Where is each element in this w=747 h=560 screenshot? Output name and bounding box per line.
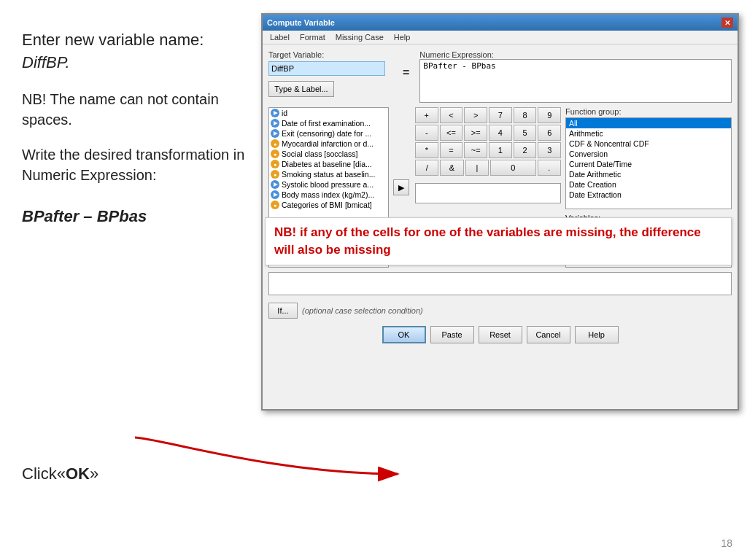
fg-item-all[interactable]: All <box>566 118 731 128</box>
key-and[interactable]: & <box>440 160 463 176</box>
function-group-list[interactable]: All Arithmetic CDF & Noncentral CDF Conv… <box>565 117 732 209</box>
type-label-button[interactable]: Type & Label... <box>268 81 334 97</box>
key-9[interactable]: 9 <box>538 107 561 123</box>
instruction-nb-spaces: NB! The name can not contain spaces. <box>22 89 248 130</box>
key-lt[interactable]: < <box>440 107 463 123</box>
dialog-buttons-row: OK Paste Reset Cancel Help <box>268 326 732 343</box>
bottom-expression-area <box>268 272 732 295</box>
numeric-expression-label: Numeric Expression: <box>419 50 732 59</box>
instruction-enter-name: Enter new variable name: DiffBP. <box>22 29 248 74</box>
list-item[interactable]: ● Categories of BMI [bmicat] <box>269 200 388 210</box>
fg-item-current-date[interactable]: Current Date/Time <box>566 159 731 169</box>
key-not-equals[interactable]: ~= <box>464 142 487 158</box>
keypad-row-2: - <= >= 4 5 6 <box>415 125 561 141</box>
function-group-label: Function group: <box>565 107 732 116</box>
key-1[interactable]: 1 <box>489 142 512 158</box>
window-body: Target Variable: Type & Label... = Numer… <box>263 44 738 349</box>
reset-button[interactable]: Reset <box>479 326 522 343</box>
paste-button[interactable]: Paste <box>430 326 474 343</box>
keypad-row-3: * = ~= 1 2 3 <box>415 142 561 158</box>
key-plus[interactable]: + <box>415 107 438 123</box>
menu-format[interactable]: Format <box>295 31 330 43</box>
numeric-expression-section: Numeric Expression: BPafter - BPbas <box>419 50 732 103</box>
key-lte[interactable]: <= <box>440 125 463 141</box>
list-item[interactable]: ● Social class [socclass] <box>269 149 388 159</box>
key-8[interactable]: 8 <box>514 107 537 123</box>
list-item[interactable]: ● Diabetes at baseline [dia... <box>269 159 388 169</box>
key-3[interactable]: 3 <box>538 142 561 158</box>
if-button[interactable]: If... <box>268 303 298 319</box>
target-variable-section: Target Variable: Type & Label... <box>268 50 392 97</box>
key-dot[interactable]: . <box>538 160 561 176</box>
menu-label[interactable]: Label <box>266 31 294 43</box>
fg-item-date-creation[interactable]: Date Creation <box>566 179 731 190</box>
page-number: 18 <box>721 537 732 549</box>
window-menubar: Label Format Missing Case Help <box>263 31 738 44</box>
var-scale-icon: ▶ <box>271 180 279 189</box>
nb-warning-overlay: NB! if any of the cells for one of the v… <box>265 217 732 265</box>
nb-warning-text: NB! if any of the cells for one of the v… <box>274 224 722 259</box>
key-5[interactable]: 5 <box>514 125 537 141</box>
click-ok-instruction: Click«OK» <box>22 464 98 483</box>
list-item[interactable]: ▶ id <box>269 108 388 118</box>
window-title: Compute Variable <box>267 18 335 27</box>
ok-arrow <box>128 430 419 496</box>
var-nominal-icon: ● <box>271 149 279 158</box>
instruction-write-expression: Write the desired transformation in Nume… <box>22 144 248 185</box>
fg-item-cdf[interactable]: CDF & Noncentral CDF <box>566 139 731 149</box>
var-nominal-icon: ● <box>271 201 279 209</box>
key-gte[interactable]: >= <box>464 125 487 141</box>
menu-missing-case[interactable]: Missing Case <box>331 31 388 43</box>
target-variable-label: Target Variable: <box>268 50 392 59</box>
fg-item-arithmetic[interactable]: Arithmetic <box>566 128 731 139</box>
key-0[interactable]: 0 <box>490 160 536 176</box>
expression-display <box>415 183 561 203</box>
window-close-button[interactable]: ✕ <box>721 18 733 28</box>
var-nominal-icon: ● <box>271 139 279 148</box>
fg-item-date-extraction[interactable]: Date Extraction <box>566 190 731 200</box>
keypad-row-4: / & | 0 . <box>415 160 561 176</box>
ok-button[interactable]: OK <box>382 326 426 343</box>
menu-help[interactable]: Help <box>390 31 415 43</box>
var-scale-icon: ▶ <box>271 109 279 117</box>
move-to-expression-button[interactable]: ▶ <box>393 179 409 195</box>
key-multiply[interactable]: * <box>415 142 438 158</box>
target-variable-input[interactable] <box>268 61 385 76</box>
key-4[interactable]: 4 <box>489 125 512 141</box>
key-divide[interactable]: / <box>415 160 438 176</box>
key-gt[interactable]: > <box>464 107 487 123</box>
list-item[interactable]: ● Myocardial infarction or d... <box>269 139 388 149</box>
list-item[interactable]: ▶ Systolic blood pressure a... <box>269 179 388 190</box>
keypad-row-1: + < > 7 8 9 <box>415 107 561 123</box>
fg-item-conversion[interactable]: Conversion <box>566 149 731 159</box>
key-equals[interactable]: = <box>440 142 463 158</box>
cancel-button[interactable]: Cancel <box>527 326 570 343</box>
key-minus[interactable]: - <box>415 125 438 141</box>
numeric-expression-input[interactable]: BPafter - BPbas <box>419 59 732 103</box>
list-item[interactable]: ▶ Exit (censoring) date for ... <box>269 128 388 139</box>
list-item[interactable]: ▶ Date of first examination... <box>269 118 388 128</box>
help-button[interactable]: Help <box>575 326 619 343</box>
compute-variable-dialog: Compute Variable ✕ Label Format Missing … <box>261 13 739 411</box>
var-scale-icon: ▶ <box>271 190 279 199</box>
list-item[interactable]: ▶ Body mass index (kg/m2)... <box>269 190 388 200</box>
list-item[interactable]: ● Smoking status at baselin... <box>269 169 388 179</box>
left-instruction-panel: Enter new variable name: DiffBP. NB! The… <box>22 29 248 226</box>
window-titlebar: Compute Variable ✕ <box>263 15 738 31</box>
optional-condition-text: (optional case selection condition) <box>302 306 423 315</box>
key-or[interactable]: | <box>465 160 489 176</box>
key-2[interactable]: 2 <box>514 142 537 158</box>
var-nominal-icon: ● <box>271 170 279 179</box>
var-scale-icon: ▶ <box>271 129 279 138</box>
key-7[interactable]: 7 <box>489 107 512 123</box>
var-nominal-icon: ● <box>271 160 279 168</box>
key-6[interactable]: 6 <box>538 125 561 141</box>
if-row: If... (optional case selection condition… <box>268 303 732 319</box>
equals-sign: = <box>400 66 412 79</box>
var-scale-icon: ▶ <box>271 119 279 128</box>
fg-item-date-arithmetic[interactable]: Date Arithmetic <box>566 169 731 179</box>
top-row: Target Variable: Type & Label... = Numer… <box>268 50 732 103</box>
instruction-formula: BPafter – BPbas <box>22 207 248 226</box>
